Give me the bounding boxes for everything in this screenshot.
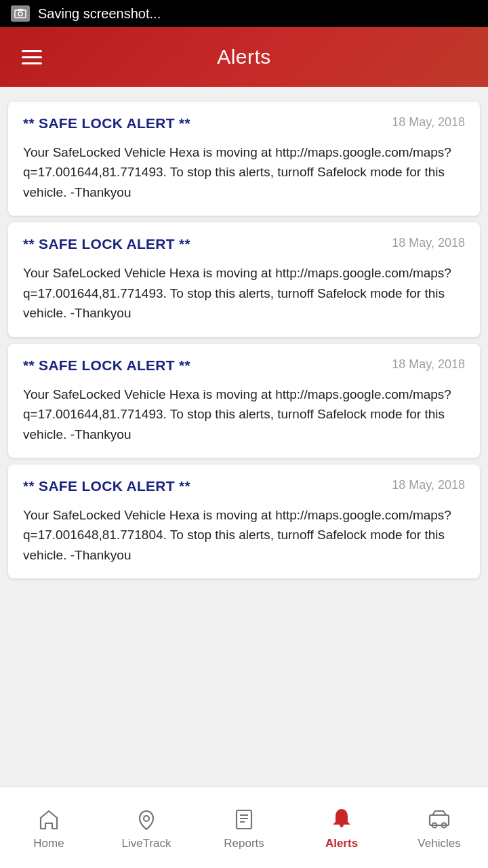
- alert-card-header: ** SAFE LOCK ALERT **18 May, 2018: [23, 236, 465, 252]
- nav-item-vehicles[interactable]: Vehicles: [390, 787, 488, 868]
- alert-body: Your SafeLocked Vehicle Hexa is moving a…: [23, 142, 465, 202]
- alert-date: 18 May, 2018: [392, 236, 465, 250]
- reports-icon: [230, 806, 258, 833]
- hamburger-menu-button[interactable]: [16, 45, 47, 70]
- nav-item-reports[interactable]: Reports: [195, 787, 293, 868]
- nav-label-vehicles: Vehicles: [418, 837, 460, 850]
- svg-rect-0: [15, 10, 26, 18]
- screenshot-icon: [11, 5, 30, 22]
- alert-card-header: ** SAFE LOCK ALERT **18 May, 2018: [23, 115, 465, 132]
- alerts-icon: [328, 806, 355, 833]
- alerts-list: ** SAFE LOCK ALERT **18 May, 2018Your Sa…: [0, 87, 488, 673]
- alert-title: ** SAFE LOCK ALERT **: [23, 357, 190, 374]
- nav-item-alerts[interactable]: Alerts: [293, 787, 390, 868]
- alert-card-header: ** SAFE LOCK ALERT **18 May, 2018: [23, 478, 465, 494]
- page-title: Alerts: [217, 45, 271, 68]
- livetrack-icon: [133, 806, 160, 833]
- vehicles-icon: [426, 806, 453, 833]
- alert-card: ** SAFE LOCK ALERT **18 May, 2018Your Sa…: [8, 222, 480, 336]
- alert-body: Your SafeLocked Vehicle Hexa is moving a…: [23, 505, 465, 565]
- status-bar-text: Saving screenshot...: [38, 6, 161, 22]
- nav-label-reports: Reports: [224, 837, 264, 850]
- alert-body: Your SafeLocked Vehicle Hexa is moving a…: [23, 263, 465, 323]
- svg-rect-4: [237, 810, 251, 829]
- alert-date: 18 May, 2018: [392, 115, 465, 130]
- alert-title: ** SAFE LOCK ALERT **: [23, 478, 190, 494]
- nav-label-alerts: Alerts: [325, 837, 358, 850]
- nav-label-home: Home: [33, 837, 64, 850]
- bottom-navigation: Home LiveTrack Reports Alerts: [0, 787, 488, 868]
- svg-rect-2: [18, 9, 23, 11]
- home-icon: [35, 806, 62, 833]
- status-bar: Saving screenshot...: [0, 0, 488, 27]
- app-header: Alerts: [0, 27, 488, 87]
- nav-item-home[interactable]: Home: [0, 787, 98, 868]
- nav-label-livetrack: LiveTrack: [121, 837, 171, 850]
- svg-point-1: [18, 12, 22, 16]
- alert-card: ** SAFE LOCK ALERT **18 May, 2018Your Sa…: [8, 465, 480, 578]
- alert-title: ** SAFE LOCK ALERT **: [23, 115, 190, 132]
- alert-date: 18 May, 2018: [392, 357, 465, 372]
- alert-date: 18 May, 2018: [392, 478, 465, 492]
- nav-item-livetrack[interactable]: LiveTrack: [98, 787, 195, 868]
- alert-card-header: ** SAFE LOCK ALERT **18 May, 2018: [23, 357, 465, 374]
- alert-card: ** SAFE LOCK ALERT **18 May, 2018Your Sa…: [8, 344, 480, 458]
- alert-title: ** SAFE LOCK ALERT **: [23, 236, 190, 252]
- alert-body: Your SafeLocked Vehicle Hexa is moving a…: [23, 384, 465, 444]
- svg-point-3: [144, 816, 149, 821]
- alert-card: ** SAFE LOCK ALERT **18 May, 2018Your Sa…: [8, 102, 480, 216]
